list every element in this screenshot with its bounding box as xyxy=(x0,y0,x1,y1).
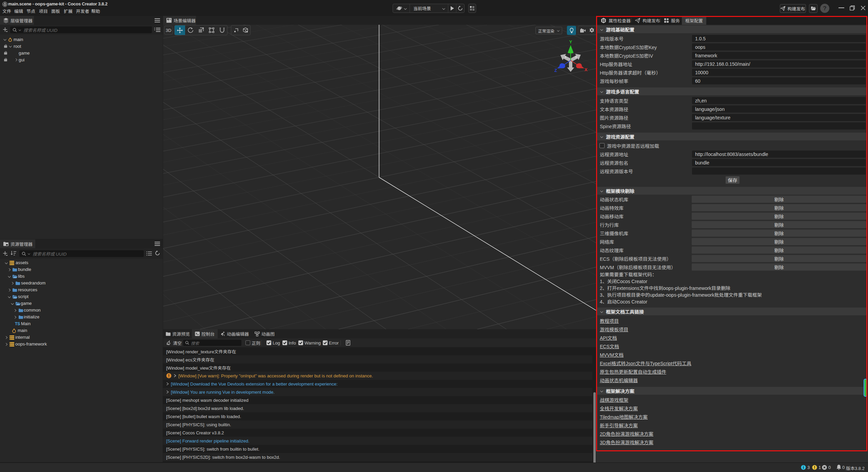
svg-text:X: X xyxy=(585,67,588,72)
svg-text:Z: Z xyxy=(554,68,557,73)
svg-text:Y: Y xyxy=(569,39,572,44)
